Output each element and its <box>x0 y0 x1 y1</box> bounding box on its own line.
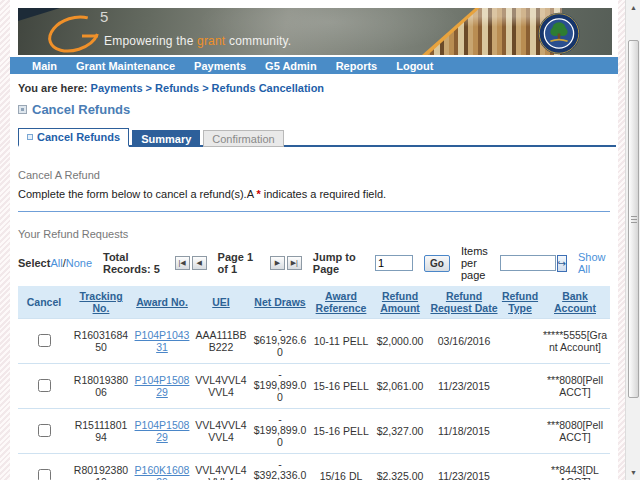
svg-text:5: 5 <box>100 9 108 25</box>
items-per-page-input[interactable] <box>500 255 556 271</box>
scrollbar-up-arrow-icon[interactable]: ▲ <box>627 1 640 14</box>
total-records: Total Records: 5 <box>103 251 164 275</box>
cancel-checkbox[interactable] <box>38 334 51 347</box>
table-row: R1801938006 P104P150829 VVL4VVL4VVL4 -$1… <box>18 364 610 409</box>
refund-request-date: 11/18/2015 <box>428 409 500 454</box>
sort-link[interactable]: Tracking No. <box>79 290 122 314</box>
tracking-no: R1801938006 <box>70 364 132 409</box>
col-header-award-no: Award No. <box>132 286 192 319</box>
nav-item-payments[interactable]: Payments <box>194 60 246 72</box>
sort-link[interactable]: Refund Request Date <box>430 290 497 314</box>
uei: VVL4VVL4VVL4 <box>192 409 250 454</box>
award-reference: 15/16 DL <box>310 454 372 480</box>
award-no-link[interactable]: P104P150829 <box>135 419 190 443</box>
bank-account: *****5555[Grant Account] <box>540 319 610 364</box>
select-none-link[interactable]: None <box>66 257 92 269</box>
show-all-link[interactable]: Show All <box>578 251 608 275</box>
window-icon <box>18 105 27 114</box>
cancel-checkbox[interactable] <box>38 424 51 437</box>
bank-account: **8443[DL ACCT] <box>540 454 610 480</box>
bank-account: ***8080[Pell ACCT] <box>540 364 610 409</box>
nav-item-logout[interactable]: Logout <box>396 60 433 72</box>
next-page-button[interactable]: ▶ <box>270 256 285 270</box>
bank-account: ***8080[Pell ACCT] <box>540 409 610 454</box>
refund-amount: $2,327.00 <box>372 409 428 454</box>
award-no-link[interactable]: P104P150829 <box>135 374 190 398</box>
section-title-cancel-a-refund: Cancel A Refund <box>18 169 618 181</box>
refund-request-date: 11/23/2015 <box>428 364 500 409</box>
col-header-tracking-no: Tracking No. <box>70 286 132 319</box>
award-no-link[interactable]: P104P104331 <box>135 329 190 353</box>
col-header-refund-request-date: Refund Request Date <box>428 286 500 319</box>
section-title-your-refund-requests: Your Refund Requests <box>18 228 618 240</box>
tagline: Empowering the grant community. <box>104 34 291 48</box>
nav-item-reports[interactable]: Reports <box>336 60 378 72</box>
select-all-link[interactable]: All <box>50 257 62 269</box>
net-draws: -$199,899.00 <box>250 409 310 454</box>
award-no-link[interactable]: P160K160829 <box>135 464 190 480</box>
award-reference: 15-16 PELL <box>310 364 372 409</box>
items-per-page-apply-button[interactable]: ↪ <box>557 255 567 272</box>
nav-item-grant-maintenance[interactable]: Grant Maintenance <box>76 60 175 72</box>
sort-link[interactable]: Net Draws <box>254 296 305 308</box>
col-header-bank-account: Bank Account <box>540 286 610 319</box>
tracking-no: R1603168450 <box>70 319 132 364</box>
tab-label: Summary <box>141 133 191 145</box>
sort-link[interactable]: Refund Type <box>502 290 538 314</box>
scrollbar-thumb[interactable] <box>628 40 639 398</box>
scrollbar-down-arrow-icon[interactable]: ▼ <box>627 466 640 479</box>
section-divider <box>18 211 610 212</box>
department-of-education-seal <box>534 12 584 55</box>
form-instruction: Complete the form below to cancel a refu… <box>18 188 618 200</box>
net-draws-amount: $199,899.00 <box>254 379 307 403</box>
select-all-none: SelectAll/None <box>18 257 92 269</box>
first-page-button[interactable]: |◀ <box>175 256 190 270</box>
refund-requests-table: Cancel Tracking No. Award No. UEI Net Dr… <box>18 286 610 480</box>
page-title-row: Cancel Refunds <box>18 102 618 117</box>
uei: VVL4VVL4VVL4 <box>192 364 250 409</box>
nav-item-g5-admin[interactable]: G5 Admin <box>265 60 317 72</box>
tab-summary[interactable]: Summary <box>132 130 200 147</box>
instruction-text: indicates a required field. <box>261 188 386 200</box>
vertical-scrollbar[interactable]: ▲ ▼ <box>625 0 640 480</box>
refund-amount: $2,000.00 <box>372 319 428 364</box>
cancel-checkbox[interactable] <box>38 379 51 392</box>
sort-link[interactable]: UEI <box>212 296 230 308</box>
sort-link[interactable]: Award Reference <box>316 290 367 314</box>
page: 5 Empowering the grant community. Main G… <box>10 0 618 480</box>
cancel-checkbox[interactable] <box>38 469 51 480</box>
main-navigation: Main Grant Maintenance Payments G5 Admin… <box>10 57 618 74</box>
sort-link[interactable]: Award No. <box>136 296 188 308</box>
jump-to-page-input[interactable] <box>375 255 413 271</box>
nav-item-main[interactable]: Main <box>32 60 57 72</box>
tracking-no: R8019238019 <box>70 454 132 480</box>
instruction-text: Complete the form below to cancel a refu… <box>18 188 256 200</box>
col-header-uei: UEI <box>192 286 250 319</box>
jump-to-page-label: Jump to Page <box>313 251 364 275</box>
table-row: R8019238019 P160K160829 VVL4VVL4VVL4 -$3… <box>18 454 610 480</box>
sort-link[interactable]: Refund Amount <box>380 290 420 314</box>
breadcrumb-prefix: You are here: <box>18 82 88 94</box>
page-nav-buttons: |◀ ◀ <box>175 256 207 270</box>
uei: AAA111BBB222 <box>192 319 250 364</box>
items-per-page: Items per page ↪ <box>461 245 567 281</box>
net-draws-amount: $619,926.60 <box>254 334 307 358</box>
tracking-no: R1511180194 <box>70 409 132 454</box>
last-page-button[interactable]: ▶| <box>287 256 302 270</box>
select-label: Select <box>18 257 50 269</box>
refund-amount: $2,325.00 <box>372 454 428 480</box>
net-draws-sign: - <box>252 459 308 469</box>
net-draws-amount: $392,336.00 <box>254 469 307 480</box>
net-draws: -$392,336.00 <box>250 454 310 480</box>
table-row: R1511180194 P104P150829 VVL4VVL4VVL4 -$1… <box>18 409 610 454</box>
tab-label: Confirmation <box>212 133 274 145</box>
net-draws: -$199,899.00 <box>250 364 310 409</box>
tab-cancel-refunds[interactable]: Cancel Refunds <box>18 128 129 147</box>
prev-page-button[interactable]: ◀ <box>192 256 207 270</box>
col-header-award-reference: Award Reference <box>310 286 372 319</box>
tab-confirmation: Confirmation <box>203 130 283 147</box>
go-button[interactable]: Go <box>424 255 450 272</box>
sort-link[interactable]: Bank Account <box>554 290 596 314</box>
breadcrumb-path[interactable]: Payments > Refunds > Refunds Cancellatio… <box>91 82 325 94</box>
refund-type <box>500 454 540 480</box>
